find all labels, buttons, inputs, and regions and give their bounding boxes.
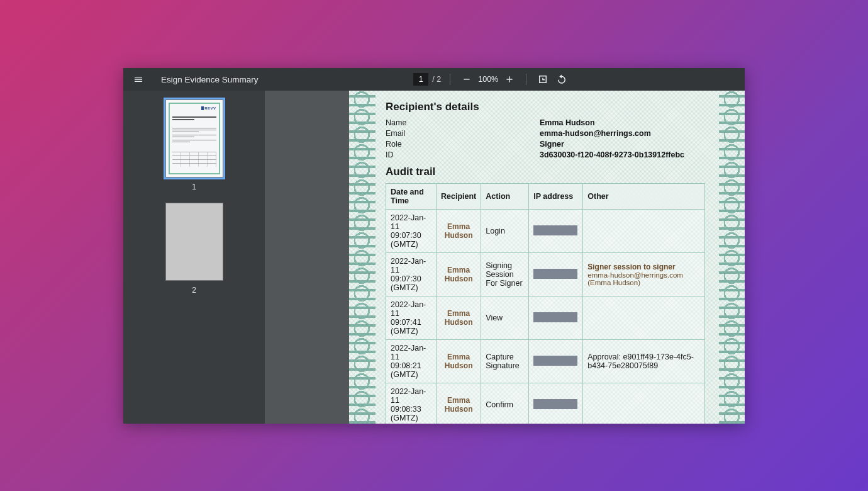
recipient-id-value: 3d630030-f120-408f-9273-0b13912ffebc <box>540 150 684 159</box>
document-title: Esign Evidence Summary <box>161 75 259 84</box>
audit-header-action: Action <box>481 184 529 210</box>
toolbar-divider <box>450 74 450 85</box>
fit-page-button[interactable] <box>535 72 550 87</box>
menu-icon[interactable] <box>131 72 146 87</box>
recipient-section-title: Recipient's details <box>386 101 705 113</box>
audit-cell-action: Confirm <box>481 383 529 424</box>
audit-cell-ip <box>529 253 583 296</box>
thumbnail-2[interactable]: 2 <box>165 203 223 295</box>
recipient-email-value: emma-hudson@herrings.com <box>540 129 651 138</box>
pdf-viewer: Esign Evidence Summary / 2 100% <box>123 68 745 424</box>
audit-cell-action: Signing Session For Signer <box>481 253 529 296</box>
audit-cell-recipient: Emma Hudson <box>437 296 481 340</box>
recipient-name-label: Name <box>386 118 540 127</box>
recipient-role-value: Signer <box>540 140 564 149</box>
page-total: / 2 <box>432 75 441 84</box>
ip-redacted <box>533 356 577 366</box>
thumbnail-number: 1 <box>192 183 196 191</box>
recipient-email-label: Email <box>386 129 540 138</box>
audit-cell-other: Approval: e901ff49-173e-4fc5-b434-75e280… <box>583 340 705 383</box>
audit-row: 2022-Jan-11 09:07:41 (GMTZ)Emma HudsonVi… <box>386 296 705 340</box>
ip-redacted <box>533 399 577 409</box>
document-page: Recipient's details Name Emma Hudson Ema… <box>349 91 745 424</box>
audit-cell-ip <box>529 340 583 383</box>
audit-header-row: Date and Time Recipient Action IP addres… <box>386 184 705 210</box>
audit-header-recipient: Recipient <box>437 184 481 210</box>
recipient-id-label: ID <box>386 150 540 159</box>
audit-cell-action: Login <box>481 210 529 253</box>
page-number-input[interactable] <box>413 73 428 86</box>
audit-cell-datetime: 2022-Jan-11 09:08:21 (GMTZ) <box>386 340 437 383</box>
recipient-role-label: Role <box>386 140 540 149</box>
recipient-name-value: Emma Hudson <box>540 118 595 127</box>
audit-header-other: Other <box>583 184 705 210</box>
document-area[interactable]: Recipient's details Name Emma Hudson Ema… <box>265 91 745 424</box>
audit-cell-datetime: 2022-Jan-11 09:08:33 (GMTZ) <box>386 383 437 424</box>
audit-cell-ip <box>529 210 583 253</box>
audit-cell-action: View <box>481 296 529 340</box>
audit-row: 2022-Jan-11 09:08:21 (GMTZ)Emma HudsonCa… <box>386 340 705 383</box>
zoom-in-button[interactable] <box>502 72 517 87</box>
thumbnail-image: REVV <box>165 99 223 178</box>
page-indicator: / 2 <box>413 73 441 86</box>
audit-section-title: Audit trail <box>386 166 705 178</box>
ip-redacted <box>533 269 577 279</box>
audit-cell-datetime: 2022-Jan-11 09:07:30 (GMTZ) <box>386 210 437 253</box>
recipient-details: Name Emma Hudson Email emma-hudson@herri… <box>386 118 705 159</box>
thumbnail-sidebar: REVV 1 <box>123 91 265 424</box>
audit-row: 2022-Jan-11 09:07:30 (GMTZ)Emma HudsonLo… <box>386 210 705 253</box>
viewer-toolbar: Esign Evidence Summary / 2 100% <box>123 68 745 91</box>
audit-cell-other: Signer session to signeremma-hudson@herr… <box>583 253 705 296</box>
rotate-button[interactable] <box>554 72 569 87</box>
audit-cell-other <box>583 296 705 340</box>
audit-header-ip: IP address <box>529 184 583 210</box>
audit-cell-ip <box>529 383 583 424</box>
audit-cell-recipient: Emma Hudson <box>437 210 481 253</box>
audit-cell-other <box>583 383 705 424</box>
certificate-border-left <box>349 91 376 424</box>
thumbnail-number: 2 <box>192 286 196 295</box>
ip-redacted <box>533 225 577 235</box>
thumbnail-1[interactable]: REVV 1 <box>165 99 223 191</box>
audit-cell-ip <box>529 296 583 340</box>
toolbar-divider <box>526 74 526 85</box>
audit-cell-recipient: Emma Hudson <box>437 383 481 424</box>
certificate-border-right <box>719 91 745 424</box>
ip-redacted <box>533 312 577 322</box>
audit-cell-recipient: Emma Hudson <box>437 253 481 296</box>
audit-row: 2022-Jan-11 09:08:33 (GMTZ)Emma HudsonCo… <box>386 383 705 424</box>
zoom-level: 100% <box>474 75 502 84</box>
audit-cell-action: Capture Signature <box>481 340 529 383</box>
audit-table: Date and Time Recipient Action IP addres… <box>386 183 705 424</box>
audit-cell-recipient: Emma Hudson <box>437 340 481 383</box>
audit-cell-datetime: 2022-Jan-11 09:07:30 (GMTZ) <box>386 253 437 296</box>
audit-cell-other <box>583 210 705 253</box>
audit-row: 2022-Jan-11 09:07:30 (GMTZ)Emma HudsonSi… <box>386 253 705 296</box>
audit-cell-datetime: 2022-Jan-11 09:07:41 (GMTZ) <box>386 296 437 340</box>
audit-header-datetime: Date and Time <box>386 184 437 210</box>
thumbnail-image <box>165 203 223 281</box>
zoom-out-button[interactable] <box>459 72 474 87</box>
